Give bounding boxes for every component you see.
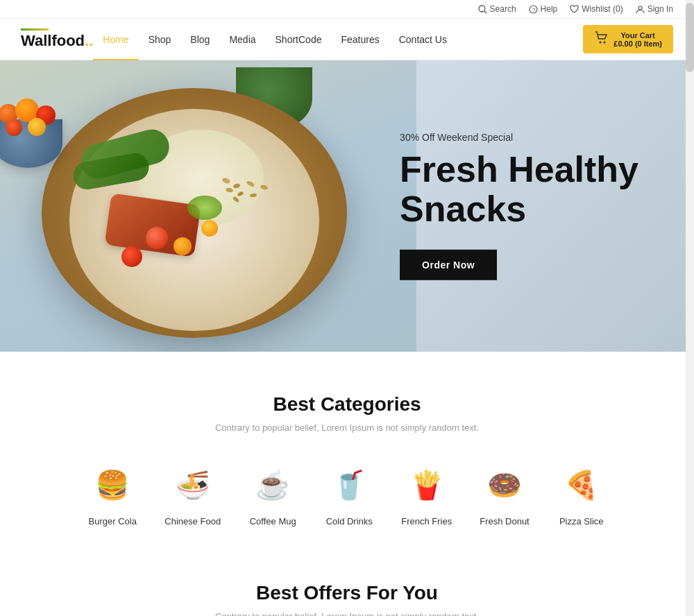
search-label: Search [490, 4, 516, 14]
bowl-of-tomatoes [0, 99, 69, 168]
category-fresh-donut[interactable]: 🍩 Fresh Donut [480, 461, 530, 527]
search-item[interactable]: Search [478, 4, 516, 14]
category-chinese-food[interactable]: 🍜 Chinese Food [164, 461, 221, 527]
coffee-mug-label: Coffee Mug [250, 516, 296, 527]
scrollbar[interactable] [686, 0, 694, 616]
logo-text: Wallfood [21, 32, 85, 49]
pizza-slice-icon: 🍕 [557, 461, 606, 509]
tomato-red-2 [121, 246, 142, 267]
coffee-mug-icon: ☕ [248, 461, 297, 509]
wishlist-label: Wishlist (0) [582, 4, 623, 14]
nav-item-shop[interactable]: Shop [139, 19, 181, 60]
nav-link-home[interactable]: Home [93, 19, 138, 60]
nav-links: Home Shop Blog Media ShortCode Features … [93, 19, 583, 60]
hero-content: 30% Off Weekend Special Fresh Healthy Sn… [400, 132, 638, 280]
wishlist-item[interactable]: Wishlist (0) [570, 4, 623, 14]
category-pizza-slice[interactable]: 🍕 Pizza Slice [557, 461, 606, 527]
pizza-slice-label: Pizza Slice [559, 516, 604, 527]
help-item[interactable]: ? Help [529, 4, 558, 14]
svg-point-0 [479, 6, 485, 12]
search-icon [478, 5, 487, 14]
tomato-red-1 [146, 227, 168, 249]
offers-subtitle: Contrary to popular belief, Lorem Ipsum … [21, 611, 673, 616]
cart-label: Your Cart [613, 31, 662, 40]
logo[interactable]: Wallfood.. [21, 28, 93, 50]
chinese-food-icon: 🍜 [169, 461, 217, 509]
main-nav: Wallfood.. Home Shop Blog Media ShortCod… [0, 19, 694, 60]
nav-item-blog[interactable]: Blog [180, 19, 219, 60]
categories-section: Best Categories Contrary to popular beli… [0, 352, 694, 554]
fresh-donut-icon: 🍩 [480, 461, 529, 509]
categories-grid: 🍔 Burger Cola 🍜 Chinese Food ☕ Coffee Mu… [21, 461, 673, 527]
categories-subtitle: Contrary to popular belief, Lorem Ipsum … [21, 422, 673, 433]
nav-link-shortcode[interactable]: ShortCode [266, 19, 332, 60]
nav-link-contact[interactable]: Contact Us [389, 19, 457, 60]
top-bar: Search ? Help Wishlist (0) Sign In [0, 0, 694, 19]
fresh-donut-label: Fresh Donut [480, 516, 530, 527]
scrollbar-thumb[interactable] [686, 3, 694, 72]
burger-cola-icon: 🍔 [88, 461, 137, 509]
chinese-food-label: Chinese Food [164, 516, 221, 527]
nav-link-shop[interactable]: Shop [139, 19, 181, 60]
offers-section: Best Offers For You Contrary to popular … [0, 554, 694, 616]
category-cold-drinks[interactable]: 🥤 Cold Drinks [325, 461, 373, 527]
nav-item-features[interactable]: Features [331, 19, 389, 60]
help-icon: ? [529, 5, 538, 14]
help-label: Help [541, 4, 558, 14]
hero-background: 30% Off Weekend Special Fresh Healthy Sn… [0, 60, 694, 352]
french-fries-icon: 🍟 [403, 461, 451, 509]
signin-label: Sign In [648, 4, 673, 14]
cart-info: Your Cart £0.00 (0 Item) [613, 31, 662, 48]
cold-drinks-label: Cold Drinks [326, 516, 373, 527]
nav-item-contact[interactable]: Contact Us [389, 19, 457, 60]
nav-link-features[interactable]: Features [331, 19, 389, 60]
hero-title: Fresh Healthy Snacks [400, 150, 638, 229]
herbs [187, 196, 222, 220]
categories-title: Best Categories [21, 393, 673, 416]
french-fries-label: French Fries [401, 516, 452, 527]
nav-item-media[interactable]: Media [219, 19, 265, 60]
category-burger-cola[interactable]: 🍔 Burger Cola [88, 461, 137, 527]
cart-price: £0.00 (0 Item) [613, 40, 662, 48]
hero-title-line2: Snacks [400, 189, 526, 229]
svg-point-6 [604, 42, 606, 44]
nav-item-home[interactable]: Home [93, 19, 138, 60]
cold-drinks-icon: 🥤 [325, 461, 373, 509]
logo-bar [21, 28, 49, 31]
hero-promo: 30% Off Weekend Special [400, 132, 638, 143]
heart-icon [570, 5, 579, 14]
nav-link-media[interactable]: Media [219, 19, 265, 60]
user-icon [636, 5, 645, 14]
food-illustration [0, 60, 416, 352]
offers-title: Best Offers For You [21, 582, 673, 604]
svg-point-4 [638, 6, 642, 10]
logo-accent: .. [85, 32, 93, 49]
burger-cola-label: Burger Cola [89, 516, 137, 527]
hero-title-line1: Fresh Healthy [400, 149, 638, 189]
signin-item[interactable]: Sign In [636, 4, 673, 14]
cart-icon [594, 31, 608, 48]
nav-item-shortcode[interactable]: ShortCode [266, 19, 332, 60]
nav-link-blog[interactable]: Blog [180, 19, 219, 60]
category-french-fries[interactable]: 🍟 French Fries [401, 461, 452, 527]
tomato-orange-1 [174, 237, 192, 255]
svg-point-5 [600, 42, 602, 44]
tomato-orange-2 [201, 220, 218, 237]
hero-cta-button[interactable]: Order Now [400, 250, 497, 280]
cart-button[interactable]: Your Cart £0.00 (0 Item) [583, 25, 673, 53]
svg-line-1 [484, 11, 487, 14]
svg-text:?: ? [532, 7, 536, 13]
hero-section: 30% Off Weekend Special Fresh Healthy Sn… [0, 60, 694, 352]
category-coffee-mug[interactable]: ☕ Coffee Mug [248, 461, 297, 527]
